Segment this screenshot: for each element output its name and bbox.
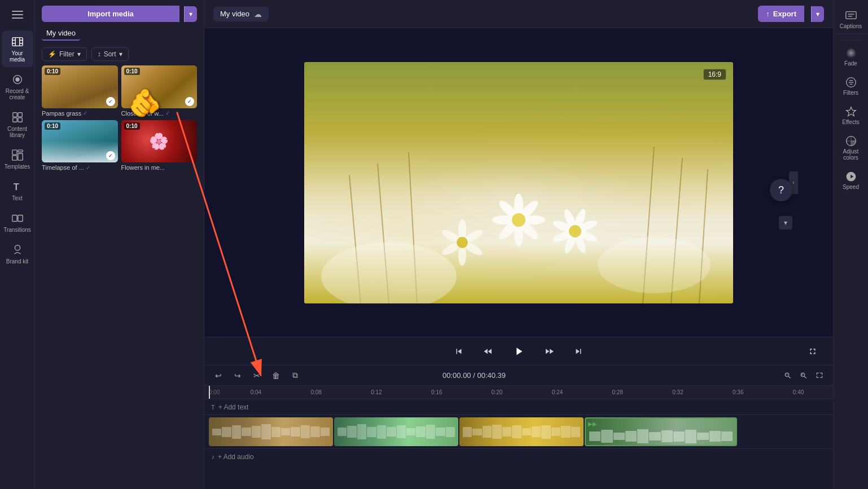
sidebar-item-label: Record &create xyxy=(6,88,29,100)
audio-track-icon: ♪ xyxy=(211,453,214,461)
right-sidebar-item-speed[interactable]: Speed xyxy=(835,166,867,195)
ruler-mark: 0:24 xyxy=(527,389,588,395)
filter-button[interactable]: ⚡ Filter ▾ xyxy=(42,47,87,61)
flower-svg xyxy=(304,62,733,303)
cut-button[interactable]: ✂ xyxy=(249,368,264,383)
media-item-pampas[interactable]: 0:10 ✓ Pampas grass ✓ xyxy=(42,65,118,117)
ruler-mark: 0:32 xyxy=(648,389,708,395)
sidebar-item-record[interactable]: Record &create xyxy=(2,68,33,105)
add-audio-row[interactable]: ♪ + Add audio xyxy=(204,449,833,465)
svg-point-60 xyxy=(846,49,856,58)
sidebar-item-templates[interactable]: Templates xyxy=(2,144,33,174)
playhead xyxy=(209,386,210,399)
clip-2[interactable] xyxy=(334,417,458,446)
thumb-duration-timelapse: 0:10 xyxy=(45,122,60,130)
add-text-row[interactable]: T + Add text xyxy=(204,399,833,415)
play-icon xyxy=(512,345,525,358)
svg-rect-15 xyxy=(17,153,22,160)
timeline-tracks: T + Add text xyxy=(204,399,833,489)
thumb-check-closeup: ✓ xyxy=(185,97,194,106)
adjust-colors-label: Adjustcolors xyxy=(843,148,859,161)
fit-timeline-button[interactable] xyxy=(813,369,826,382)
sidebar-item-label: Text xyxy=(12,195,22,201)
filters-icon xyxy=(845,77,857,88)
timeline-time-display: 00:00.00 / 00:40.39 xyxy=(442,371,506,380)
right-sidebar-item-effects[interactable]: Effects xyxy=(835,102,867,130)
right-sidebar-item-filters[interactable]: Filters xyxy=(835,72,867,100)
sidebar-item-your-media[interactable]: Your media xyxy=(2,30,33,67)
media-panel-header: Import media ▾ My video xyxy=(35,0,204,45)
clip-waveform-3 xyxy=(463,424,580,440)
menu-button[interactable] xyxy=(7,5,28,25)
fade-icon xyxy=(845,47,857,59)
rewind-button[interactable] xyxy=(479,342,497,360)
media-thumb-pampas: 0:10 ✓ xyxy=(42,65,118,108)
project-tab[interactable]: My video ☁ xyxy=(213,7,269,21)
effects-label: Effects xyxy=(842,119,859,125)
clip-1[interactable] xyxy=(209,417,333,446)
sort-icon: ↕ xyxy=(98,50,101,58)
ruler-mark: 0:08 xyxy=(286,389,347,395)
ruler-mark: 0:28 xyxy=(588,389,648,395)
sort-button[interactable]: ↕ Sort ▾ xyxy=(91,47,129,61)
play-button[interactable] xyxy=(508,341,529,362)
sidebar-item-text[interactable]: T Text xyxy=(2,175,33,206)
export-dropdown-button[interactable]: ▾ xyxy=(811,6,824,22)
thumb-duration-closeup: 0:10 xyxy=(124,68,140,75)
svg-text:T: T xyxy=(13,182,19,192)
skip-to-end-button[interactable] xyxy=(569,342,588,360)
undo-button[interactable]: ↩ xyxy=(211,368,226,383)
effects-icon xyxy=(845,106,857,117)
delete-button[interactable]: 🗑 xyxy=(269,368,283,383)
transitions-icon xyxy=(11,212,24,225)
fullscreen-button[interactable] xyxy=(804,342,822,360)
video-track: ▶▶ xyxy=(204,415,833,449)
left-sidebar: Your media Record &create Contentlibrary… xyxy=(0,0,35,489)
right-sidebar-item-fade[interactable]: Fade xyxy=(835,43,867,71)
forward-button[interactable] xyxy=(540,342,558,360)
svg-rect-18 xyxy=(12,215,16,222)
media-item-closeup[interactable]: 0:10 ✓ Close up of w... ✓ xyxy=(121,65,198,117)
zoom-in-button[interactable] xyxy=(797,369,810,382)
help-button[interactable]: ? xyxy=(770,179,792,201)
redo-button[interactable]: ↪ xyxy=(230,368,245,383)
track-clips: ▶▶ xyxy=(204,417,833,446)
clip-waveform-4 xyxy=(589,428,733,445)
collapse-panel-button[interactable]: ▾ xyxy=(779,216,792,230)
zoom-out-button[interactable] xyxy=(781,369,795,382)
text-track-icon: T xyxy=(211,404,215,411)
clip-4[interactable]: ▶▶ xyxy=(585,417,737,446)
sidebar-item-content-library[interactable]: Contentlibrary xyxy=(2,106,33,143)
duplicate-button[interactable]: ⧉ xyxy=(288,368,303,383)
clip-waveform-1 xyxy=(212,424,330,440)
sidebar-item-brand-kit[interactable]: Brand kit xyxy=(2,239,33,269)
right-sidebar: Captions Fade Filters Effects Adjustcolo… xyxy=(833,0,868,489)
svg-rect-9 xyxy=(12,113,16,117)
timeline-area: ↩ ↪ ✂ 🗑 ⧉ 00:00.00 / 00:40.39 0:00 xyxy=(204,365,833,489)
sidebar-divider xyxy=(840,40,862,41)
right-sidebar-item-captions[interactable]: Captions xyxy=(834,5,868,34)
media-item-timelapse[interactable]: 0:10 ✓ Timelapse of ... ✓ xyxy=(42,120,118,171)
import-dropdown-button[interactable]: ▾ xyxy=(184,6,197,22)
tab-my-video[interactable]: My video xyxy=(42,27,80,41)
media-item-flowers[interactable]: 🌸 0:10 Flowers in me... xyxy=(121,120,198,171)
media-label-pampas: Pampas grass ✓ xyxy=(42,110,118,117)
sidebar-item-transitions[interactable]: Transitions xyxy=(2,207,33,237)
svg-point-44 xyxy=(457,237,468,248)
zoom-in-icon xyxy=(800,372,808,380)
export-button[interactable]: ↑ Export xyxy=(758,6,804,22)
media-thumb-timelapse: 0:10 ✓ xyxy=(42,120,118,163)
clip-3[interactable] xyxy=(459,417,584,446)
thumb-duration-flowers: 0:10 xyxy=(124,122,140,130)
svg-point-8 xyxy=(15,77,19,81)
skip-to-start-button[interactable] xyxy=(450,342,468,360)
add-audio-label: + Add audio xyxy=(218,453,254,461)
aspect-ratio-badge[interactable]: 16:9 xyxy=(703,69,726,80)
top-bar: My video ☁ ↑ Export ▾ xyxy=(204,0,833,28)
svg-rect-13 xyxy=(12,150,16,155)
import-media-button[interactable]: Import media xyxy=(42,6,179,22)
playback-controls xyxy=(204,337,833,365)
right-sidebar-item-adjust-colors[interactable]: Adjustcolors xyxy=(835,131,867,165)
ruler-mark: 0:04 xyxy=(226,389,286,395)
media-label-flowers: Flowers in me... xyxy=(121,164,198,171)
